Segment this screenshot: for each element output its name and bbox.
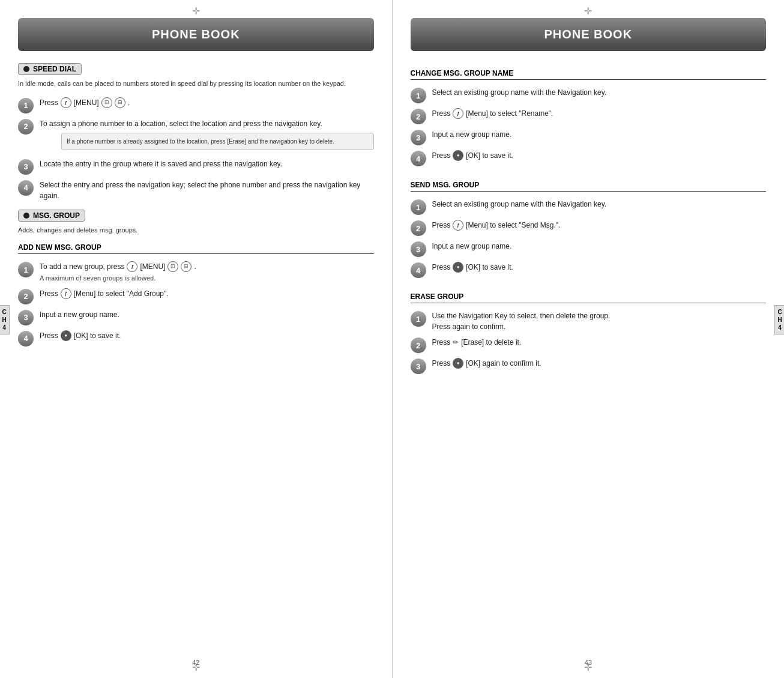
erase-step-3-suffix: [OK] again to confirm it. xyxy=(466,358,541,369)
add-new-steps: 1 To add a new group, press ƒ [MENU] ⊡ ⊟… xyxy=(18,261,374,347)
change-step-num-4: 4 xyxy=(411,151,426,166)
add-step-4-content: Press ● [OK] to save it. xyxy=(40,330,374,341)
send-step-1: 1 Select an existing group name with the… xyxy=(411,199,767,215)
send-step-4: 4 Press ● [OK] to save it. xyxy=(411,262,767,278)
crosshair-bottom-right: ✛ xyxy=(582,661,594,673)
erase-step-1-text: Use the Navigation Key to select, then d… xyxy=(432,312,611,331)
erase-group-section: ERASE GROUP 1 Use the Navigation Key to … xyxy=(411,286,767,383)
send-step-4-content: Press ● [OK] to save it. xyxy=(432,262,767,273)
speed-dial-intro: In idle mode, calls can be placed to num… xyxy=(18,79,374,89)
step-2-content: To assign a phone number to a location, … xyxy=(40,118,374,154)
erase-group-title: ERASE GROUP xyxy=(411,292,767,303)
send-step-num-3: 3 xyxy=(411,241,426,257)
badge-dot xyxy=(23,66,29,72)
menu-icon-change2: ƒ xyxy=(453,108,463,119)
msg-group-intro: Adds, changes and deletes msg. groups. xyxy=(18,225,374,235)
send-step-2: 2 Press ƒ [Menu] to select "Send Msg.". xyxy=(411,220,767,236)
change-step-1-content: Select an existing group name with the N… xyxy=(432,87,767,98)
add-step-num-4: 4 xyxy=(18,331,34,347)
crosshair-bottom-left: ✛ xyxy=(190,661,202,673)
right-page: ✛ PHONE BOOK CHANGE MSG. GROUP NAME 1 Se… xyxy=(393,0,785,678)
send-step-4-press: Press xyxy=(432,262,451,273)
send-msg-steps: 1 Select an existing group name with the… xyxy=(411,199,767,278)
menu-icon-1: ƒ xyxy=(61,97,71,108)
add-step-1-suffix: [MENU] xyxy=(140,261,165,272)
change-step-num-1: 1 xyxy=(411,88,426,103)
ok-icon-send4: ● xyxy=(453,262,463,273)
send-msg-title: SEND MSG. GROUP xyxy=(411,181,767,192)
step-2-text: To assign a phone number to a location, … xyxy=(40,120,322,128)
speed-dial-badge: SPEED DIAL xyxy=(18,63,82,75)
add-step-num-1: 1 xyxy=(18,262,34,277)
msg-group-section: MSG. GROUP Adds, changes and deletes msg… xyxy=(18,210,374,355)
change-step-4: 4 Press ● [OK] to save it. xyxy=(411,150,767,166)
erase-step-3-content: Press ● [OK] again to confirm it. xyxy=(432,358,767,369)
add-step-num-3: 3 xyxy=(18,310,34,325)
left-page: ✛ PHONE BOOK SPEED DIAL In idle mode, ca… xyxy=(0,0,392,678)
step-2-note: If a phone number is already assigned to… xyxy=(61,133,374,150)
nav-icon-1a: ⊡ xyxy=(101,97,112,108)
nav-icon-add1a: ⊡ xyxy=(167,261,178,272)
speed-dial-steps: 1 Press ƒ [MENU] ⊡ ⊟ . 2 To assign a ph xyxy=(18,97,374,201)
nav-icon-add1b: ⊟ xyxy=(181,261,191,272)
erase-step-2: 2 Press ✏ [Erase] to delete it. xyxy=(411,337,767,353)
step-3-text: Locate the entry in the group where it i… xyxy=(40,160,282,168)
add-step-2-press: Press xyxy=(40,288,58,299)
change-msg-section: CHANGE MSG. GROUP NAME 1 Select an exist… xyxy=(411,63,767,175)
crosshair-top-left: ✛ xyxy=(190,5,202,17)
erase-step-1: 1 Use the Navigation Key to select, then… xyxy=(411,310,767,332)
speed-dial-step-1: 1 Press ƒ [MENU] ⊡ ⊟ . xyxy=(18,97,374,114)
ok-icon-add4: ● xyxy=(61,330,71,341)
erase-step-2-suffix: [Erase] to delete it. xyxy=(461,337,521,348)
change-step-2-press: Press xyxy=(432,108,451,119)
send-step-1-content: Select an existing group name with the N… xyxy=(432,199,767,210)
add-step-num-2: 2 xyxy=(18,289,34,304)
step-num-1: 1 xyxy=(18,98,34,114)
change-msg-title: CHANGE MSG. GROUP NAME xyxy=(411,69,767,80)
send-step-3: 3 Input a new group name. xyxy=(411,241,767,257)
change-step-3-content: Input a new group name. xyxy=(432,129,767,140)
add-step-4-press: Press xyxy=(40,330,58,341)
send-msg-section: SEND MSG. GROUP 1 Select an existing gro… xyxy=(411,175,767,286)
change-step-2-content: Press ƒ [Menu] to select "Rename". xyxy=(432,108,767,119)
erase-step-1-content: Use the Navigation Key to select, then d… xyxy=(432,310,767,332)
erase-step-3: 3 Press ● [OK] again to confirm it. xyxy=(411,358,767,374)
change-step-1-text: Select an existing group name with the N… xyxy=(432,88,607,97)
send-step-3-content: Input a new group name. xyxy=(432,241,767,252)
chapter-tab-right: C H 4 xyxy=(774,305,784,334)
badge-dot-2 xyxy=(23,213,29,219)
left-page-header: PHONE BOOK xyxy=(18,18,374,51)
send-step-4-suffix: [OK] to save it. xyxy=(466,262,513,273)
add-new-step-1: 1 To add a new group, press ƒ [MENU] ⊡ ⊟… xyxy=(18,261,374,283)
step-1-content: Press ƒ [MENU] ⊡ ⊟ . xyxy=(40,97,374,108)
speed-dial-step-4: 4 Select the entry and press the navigat… xyxy=(18,180,374,201)
add-step-1-text: To add a new group, press xyxy=(40,261,124,272)
add-step-3-text: Input a new group name. xyxy=(40,310,119,319)
change-step-2: 2 Press ƒ [Menu] to select "Rename". xyxy=(411,108,767,124)
add-step-2-suffix: [Menu] to select "Add Group". xyxy=(74,288,169,299)
send-step-num-4: 4 xyxy=(411,262,426,278)
add-step-1-content: To add a new group, press ƒ [MENU] ⊡ ⊟ .… xyxy=(40,261,374,283)
step-3-content: Locate the entry in the group where it i… xyxy=(40,159,374,169)
change-msg-steps: 1 Select an existing group name with the… xyxy=(411,87,767,166)
erase-step-2-content: Press ✏ [Erase] to delete it. xyxy=(432,337,767,348)
change-step-4-suffix: [OK] to save it. xyxy=(466,150,513,161)
menu-icon-send2: ƒ xyxy=(453,220,463,231)
step-1-suffix: [MENU] xyxy=(74,97,99,108)
send-step-1-text: Select an existing group name with the N… xyxy=(432,200,607,208)
change-step-1: 1 Select an existing group name with the… xyxy=(411,87,767,103)
send-step-num-2: 2 xyxy=(411,220,426,236)
erase-step-num-1: 1 xyxy=(411,311,426,327)
change-step-4-content: Press ● [OK] to save it. xyxy=(432,150,767,161)
right-page-header: PHONE BOOK xyxy=(411,18,767,51)
send-step-2-content: Press ƒ [Menu] to select "Send Msg.". xyxy=(432,220,767,231)
add-step-1-extra: A maximum of seven groups is allowed. xyxy=(40,273,374,283)
erase-icon-2: ✏ xyxy=(453,337,459,348)
erase-step-num-3: 3 xyxy=(411,359,426,374)
send-step-num-1: 1 xyxy=(411,199,426,215)
step-num-2: 2 xyxy=(18,119,34,135)
step-4-content: Select the entry and press the navigatio… xyxy=(40,180,374,201)
add-step-2-content: Press ƒ [Menu] to select "Add Group". xyxy=(40,288,374,299)
add-new-step-2: 2 Press ƒ [Menu] to select "Add Group". xyxy=(18,288,374,304)
add-step-4-suffix: [OK] to save it. xyxy=(74,330,121,341)
